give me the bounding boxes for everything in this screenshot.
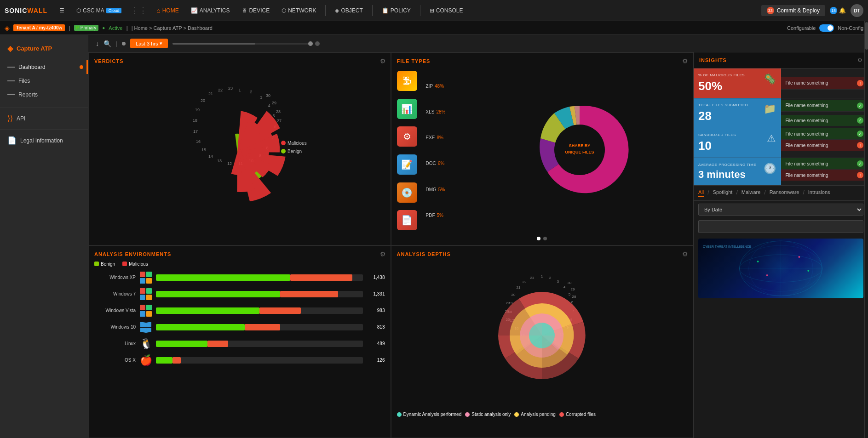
donut-chart: SHARE BY UNIQUE FILES — [529, 99, 630, 202]
file-icons-list: 🗜 📊 ⚙ 📝 💿 📄 — [397, 68, 422, 233]
nav-menu-btn[interactable]: ☰ — [55, 6, 69, 16]
nav-home-btn[interactable]: ⌂ HOME — [152, 5, 183, 16]
analytics-icon: 📈 — [191, 7, 198, 14]
menu-icon: ☰ — [59, 7, 64, 14]
nav-csc-btn[interactable]: ⬡ CSC MA Cloud — [72, 6, 126, 16]
filter-intrusions[interactable]: Intrusions — [808, 189, 830, 197]
sidebar-capture-atp[interactable]: ◈ Capture ATP — [0, 40, 88, 57]
sidebar-dash-icon-2 — [7, 80, 15, 81]
win10-icon — [139, 321, 152, 334]
submitted-stat-card: TOTAL FILES SUBMITTED 28 📁 — [694, 98, 781, 128]
svg-text:29: 29 — [571, 287, 575, 291]
nav-network-btn[interactable]: ⬡ NETWORK — [277, 6, 321, 16]
linux-value: 489 — [367, 341, 385, 346]
env-row-winxp: Windows XP 1,438 — [94, 271, 385, 284]
device-label: my-tz400w — [39, 25, 63, 30]
sidebar-item-legal[interactable]: 📄 Legal Information — [0, 132, 88, 148]
svg-text:22: 22 — [218, 88, 223, 92]
dot-nav-2[interactable] — [543, 237, 547, 240]
bell-icon: 🔔 — [839, 7, 846, 14]
linux-red-bar — [207, 341, 228, 347]
timeline-start-dot — [122, 42, 126, 46]
file-item-3[interactable]: File name something ✓ — [781, 128, 868, 140]
insights-search-bar[interactable] — [698, 220, 863, 233]
svg-text:1: 1 — [238, 88, 241, 92]
nav-analytics-btn[interactable]: 📈 ANALYTICS — [186, 6, 235, 16]
divider-2 — [372, 5, 373, 16]
sidebar: ◈ Capture ATP Dashboard Files Reports ⟩⟩… — [0, 35, 88, 438]
insights-cyber-image: CYBER THREAT INTELLIGENCE — [698, 239, 863, 298]
winvista-icon — [139, 304, 152, 317]
time-range-btn[interactable]: Last 3 hrs ▾ — [130, 39, 168, 48]
svg-point-88 — [807, 270, 809, 272]
svg-rect-44 — [140, 311, 145, 317]
corrupted-color — [559, 412, 564, 417]
win7-red-bar — [280, 291, 338, 297]
toggle-knob — [828, 25, 833, 31]
filter-spotlight[interactable]: Spotlight — [713, 189, 733, 197]
svg-text:23: 23 — [530, 276, 535, 280]
env-legend: Benign Malicious — [94, 262, 385, 267]
sidebar-dashboard-label: Dashboard — [18, 64, 46, 70]
commit-deploy-btn[interactable]: 33 Commit & Deploy — [761, 5, 825, 16]
depths-panel: ANALYSIS DEPTHS ⚙ 123 456 789 101112 131… — [391, 245, 694, 438]
sidebar-item-reports[interactable]: Reports — [0, 88, 88, 102]
malicious-stat-card: % OF MALICIOUS FILES 50% 🦠 — [694, 68, 781, 98]
depths-gear-icon[interactable]: ⚙ — [682, 250, 688, 258]
file-item-5[interactable]: File name something ✓ — [781, 158, 868, 170]
filter-sep-4: / — [803, 189, 804, 197]
svg-text:28: 28 — [572, 295, 576, 299]
win10-red-bar — [245, 324, 280, 330]
monitor-icon: ⬡ — [76, 7, 81, 14]
sidebar-item-dashboard[interactable]: Dashboard — [0, 60, 88, 74]
config-toggle[interactable] — [819, 24, 834, 32]
filter-ransomware[interactable]: Ransomware — [770, 189, 799, 197]
malicious-legend: Malicious — [122, 262, 148, 267]
file-item-1[interactable]: File name something ✓ — [781, 100, 868, 112]
verdicts-gear-icon[interactable]: ⚙ — [380, 57, 386, 65]
osx-value: 126 — [367, 358, 385, 363]
verdicts-svg: 1 2 3 4 5 6 7 8 9 10 11 — [166, 83, 313, 221]
svg-text:22: 22 — [523, 280, 527, 284]
user-avatar[interactable]: DT — [851, 4, 863, 17]
file-item-6[interactable]: File name something ! — [781, 170, 868, 181]
dmg-label: DMG5% — [426, 187, 446, 192]
filter-all[interactable]: All — [698, 189, 704, 197]
nav-policy-btn[interactable]: 📋 POLICY — [377, 6, 415, 16]
analytics-label: ANALYTICS — [200, 7, 230, 14]
sidebar-item-api[interactable]: ⟩⟩ API — [0, 110, 88, 126]
dot-nav-1[interactable] — [537, 237, 540, 240]
download-icon[interactable]: ↓ — [96, 40, 99, 47]
sidebar-item-files[interactable]: Files — [0, 74, 88, 88]
benign-label: Benign — [101, 262, 115, 267]
sidebar-divider — [0, 107, 88, 108]
file-list-col-3: File name something ✓ File name somethin… — [781, 128, 868, 158]
file-item-2[interactable]: File name something ✓ — [781, 115, 868, 126]
nav-console-btn[interactable]: ⊞ CONSOLE — [425, 6, 468, 16]
file-name-3: File name something — [786, 131, 857, 137]
winxp-icon — [139, 271, 152, 284]
depths-legend: Dynamic Analysis performed Static analys… — [397, 410, 688, 419]
insights-dropdown: By Date By Name By Type — [694, 201, 868, 218]
malicious-stat-value: 50% — [698, 79, 745, 93]
svg-text:Benign: Benign — [287, 149, 302, 154]
file-types-gear-icon[interactable]: ⚙ — [682, 57, 688, 65]
insights-stats-row1: % OF MALICIOUS FILES 50% 🦠 File name som… — [694, 68, 868, 98]
file-item-4[interactable]: File name something ! — [781, 140, 868, 151]
search-icon[interactable]: 🔍 — [103, 40, 111, 47]
by-date-select[interactable]: By Date By Name By Type — [698, 204, 863, 216]
config-toggle-area: Configurable Non-Config — [787, 24, 863, 32]
file-item-0[interactable]: File name something ! — [781, 77, 868, 90]
malicious-stat-label: % OF MALICIOUS FILES — [698, 73, 745, 77]
insights-gear-icon[interactable]: ⚙ — [857, 57, 862, 63]
env-gear-icon[interactable]: ⚙ — [380, 250, 386, 258]
nav-device-btn[interactable]: 🖥 DEVICE — [237, 6, 274, 16]
winvista-label: Windows Vista — [94, 308, 136, 313]
insights-scrollbar[interactable] — [864, 52, 868, 438]
notification-area[interactable]: 18 🔔 — [830, 7, 846, 14]
file-types-dot-nav[interactable] — [537, 237, 547, 240]
nav-object-btn[interactable]: ◈ OBJECT — [330, 6, 367, 16]
svg-rect-45 — [146, 311, 152, 317]
filter-malware[interactable]: Malware — [742, 189, 761, 197]
exe-label: EXE8% — [426, 135, 446, 140]
